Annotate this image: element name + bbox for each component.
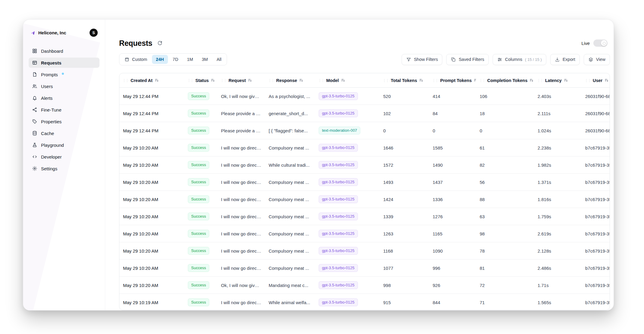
column-header-completion_tokens[interactable]: ⋮⋮Completion Tokens — [476, 78, 534, 83]
sidebar-item-dashboard[interactable]: Dashboard — [29, 46, 99, 56]
org-switcher[interactable]: Helicone, Inc S — [29, 27, 99, 38]
sidebar-item-cache[interactable]: Cache — [29, 128, 99, 138]
cell-latency: 1.024s — [534, 128, 582, 133]
cell-completion_tokens: 81 — [476, 266, 534, 271]
drag-handle-icon[interactable]: ⋮⋮ — [187, 78, 193, 83]
table-row[interactable]: May 29 10:20 AMSuccessOk, I will now giv… — [119, 277, 610, 294]
refresh-icon[interactable] — [157, 40, 163, 46]
columns-button[interactable]: Columns( 15 / 15 ) — [493, 54, 546, 65]
sidebar-item-requests[interactable]: Requests — [29, 58, 99, 68]
cell-status: Success — [184, 195, 217, 203]
table-row[interactable]: May 29 10:20 AMSuccessI will now go dire… — [119, 139, 610, 156]
show-filters-button[interactable]: Show Filters — [402, 54, 443, 65]
table-row[interactable]: May 29 10:19 AMSuccessI will now go dire… — [119, 294, 610, 310]
sort-icon — [529, 78, 534, 83]
live-toggle[interactable] — [593, 39, 608, 47]
cell-model: gpt-3.5-turbo-0125 — [315, 161, 380, 169]
avatar[interactable]: S — [90, 29, 98, 37]
cell-completion_tokens: 82 — [476, 162, 534, 168]
sidebar-item-label: Requests — [41, 60, 62, 65]
column-header-latency[interactable]: ⋮⋮Latency — [534, 78, 582, 83]
cell-created_at: May 29 10:20 AM — [119, 180, 184, 185]
sidebar-item-playground[interactable]: Playground — [29, 140, 99, 150]
sidebar-item-users[interactable]: Users — [29, 81, 99, 91]
table-row[interactable]: May 29 10:20 AMSuccessI will now go dire… — [119, 225, 610, 242]
drag-handle-icon[interactable]: ⋮⋮ — [585, 78, 591, 83]
notification-dot — [62, 73, 64, 75]
table-row[interactable]: May 29 10:20 AMSuccessI will now go dire… — [119, 208, 610, 225]
table-row[interactable]: May 29 10:20 AMSuccessI will now go dire… — [119, 191, 610, 208]
sidebar-item-properties[interactable]: Properties — [29, 116, 99, 127]
column-header-status[interactable]: ⋮⋮Status — [184, 78, 217, 83]
time-filter-custom[interactable]: Custom — [121, 55, 151, 64]
table-row[interactable]: May 29 12:44 PMSuccessPlease provide a s… — [119, 105, 610, 122]
cell-model: gpt-3.5-turbo-0125 — [315, 247, 380, 255]
drag-handle-icon[interactable]: ⋮⋮ — [220, 78, 226, 83]
calendar-icon — [125, 57, 129, 62]
table-row[interactable]: May 29 10:20 AMSuccessI will now go dire… — [119, 174, 610, 191]
table-row[interactable]: May 29 10:20 AMSuccessI will now go dire… — [119, 260, 610, 277]
requests-icon — [32, 60, 37, 65]
column-header-request[interactable]: ⋮⋮Request — [217, 78, 265, 83]
sidebar-item-fine-tune[interactable]: Fine-Tune — [29, 105, 99, 115]
column-label: Response — [276, 78, 297, 83]
sidebar-item-prompts[interactable]: Prompts — [29, 69, 99, 80]
sidebar-item-label: Fine-Tune — [41, 107, 62, 112]
sidebar-item-label: Users — [41, 84, 53, 89]
sidebar-item-alerts[interactable]: Alerts — [29, 93, 99, 103]
cell-prompt_tokens: 1585 — [429, 145, 476, 150]
cell-latency: 1.71s — [534, 283, 582, 288]
export-button[interactable]: Export — [550, 54, 580, 65]
column-header-user[interactable]: ⋮⋮User — [582, 78, 610, 83]
layers-icon — [588, 57, 593, 62]
dashboard-icon — [32, 48, 37, 54]
button-label: View — [596, 57, 605, 62]
column-label: Status — [195, 78, 209, 83]
cell-total_tokens: 1424 — [380, 197, 429, 202]
sort-icon — [341, 78, 346, 83]
drag-handle-icon[interactable]: ⋮⋮ — [318, 78, 324, 83]
time-filter-3m[interactable]: 3M — [198, 55, 212, 64]
status-badge: Success — [188, 264, 209, 272]
view-button[interactable]: View — [584, 54, 610, 65]
funnel-icon — [406, 57, 411, 62]
drag-handle-icon[interactable]: ⋮⋮ — [432, 78, 438, 83]
sidebar-item-label: Cache — [41, 131, 54, 136]
table-row[interactable]: May 29 10:20 AMSuccessI will now go dire… — [119, 156, 610, 174]
cell-request: I will now go direct... — [217, 300, 265, 305]
column-header-model[interactable]: ⋮⋮Model — [315, 78, 380, 83]
drag-handle-icon[interactable]: ⋮⋮ — [383, 78, 389, 83]
cell-prompt_tokens: 1090 — [429, 248, 476, 254]
time-filter-all[interactable]: All — [213, 55, 225, 64]
drag-handle-icon[interactable]: ⋮⋮ — [537, 78, 543, 83]
drag-handle-icon[interactable]: ⋮⋮ — [122, 78, 128, 83]
table-row[interactable]: May 29 10:20 AMSuccessI will now go dire… — [119, 242, 610, 260]
cell-created_at: May 29 10:20 AM — [119, 145, 184, 150]
cell-response: Compulsory meat ... — [265, 266, 315, 271]
model-badge: gpt-3.5-turbo-0125 — [319, 298, 358, 306]
time-filter-24h[interactable]: 24H — [152, 55, 168, 64]
column-header-prompt_tokens[interactable]: ⋮⋮Prompt Tokens — [429, 78, 476, 83]
column-header-total_tokens[interactable]: ⋮⋮Total Tokens — [380, 78, 429, 83]
drag-handle-icon[interactable]: ⋮⋮ — [268, 78, 274, 83]
cell-status: Success — [184, 281, 217, 289]
helicone-logo-icon — [30, 30, 35, 35]
saved-filters-button[interactable]: Saved Filters — [446, 54, 489, 65]
cell-user: b7c67919-35 — [582, 300, 610, 305]
table-row[interactable]: May 29 12:44 PMSuccessPlease provide a s… — [119, 122, 610, 139]
time-filter-1m[interactable]: 1M — [183, 55, 197, 64]
time-filter-7d[interactable]: 7D — [169, 55, 182, 64]
cell-total_tokens: 102 — [380, 111, 429, 116]
sidebar-item-settings[interactable]: Settings — [29, 163, 99, 174]
model-badge: gpt-3.5-turbo-0125 — [319, 144, 358, 152]
cell-prompt_tokens: 84 — [429, 111, 476, 116]
column-label: User — [593, 78, 602, 83]
sidebar-item-developer[interactable]: Developer — [29, 152, 99, 162]
column-header-response[interactable]: ⋮⋮Response — [265, 78, 315, 83]
column-header-created_at[interactable]: ⋮⋮Created At — [119, 78, 184, 83]
drag-handle-icon[interactable]: ⋮⋮ — [479, 78, 485, 83]
sidebar-item-label: Prompts — [41, 72, 58, 77]
cell-response: While animal welfa... — [265, 300, 315, 305]
table-row[interactable]: May 29 12:44 PMSuccessOk, I will now giv… — [119, 88, 610, 105]
cell-user: b7c67919-35 — [582, 283, 610, 288]
